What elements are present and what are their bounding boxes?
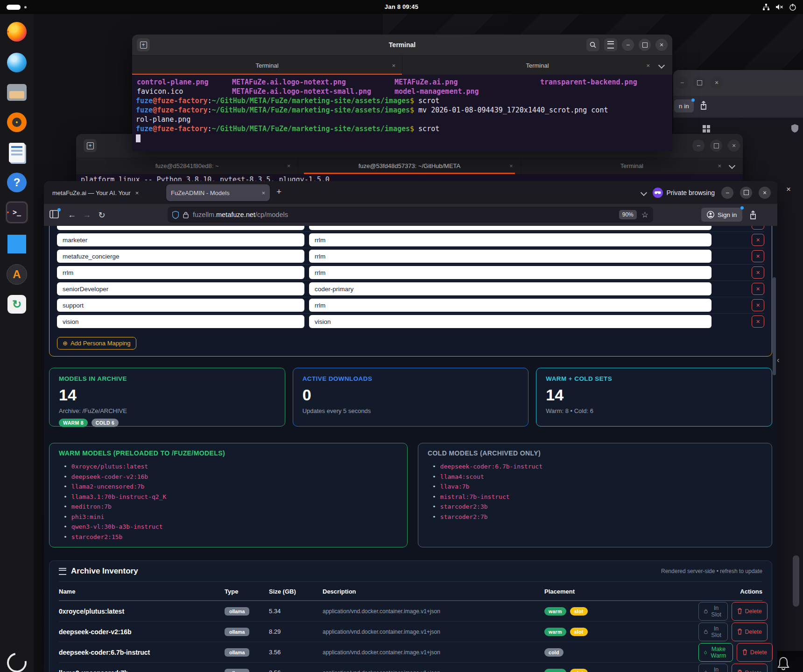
clock[interactable]: Jan 8 09:45 xyxy=(0,0,803,14)
maximize-icon[interactable] xyxy=(740,187,752,199)
model-input[interactable] xyxy=(309,250,711,263)
in-slot-button[interactable]: In Slot xyxy=(698,664,728,672)
new-tab-icon[interactable]: + xyxy=(84,139,97,152)
persona-input[interactable] xyxy=(57,315,304,328)
close-tab-icon[interactable]: × xyxy=(509,162,513,169)
persona-input[interactable] xyxy=(57,266,304,279)
sidebar-toggle-icon[interactable] xyxy=(49,210,59,220)
close-tab-icon[interactable]: × xyxy=(392,62,395,69)
terminal-tab-2[interactable]: Terminal × xyxy=(402,56,672,75)
dock-item-terminal[interactable]: >_ xyxy=(6,201,28,224)
notification-bell-icon[interactable] xyxy=(776,656,790,671)
close-tab-icon[interactable]: × xyxy=(261,189,265,196)
maximize-icon[interactable] xyxy=(693,77,705,89)
close-icon[interactable]: × xyxy=(711,77,723,89)
volume-muted-icon[interactable] xyxy=(775,3,783,11)
dock-item-firefox[interactable] xyxy=(6,21,28,43)
persona-input[interactable] xyxy=(57,299,304,312)
minimize-icon[interactable]: − xyxy=(692,140,704,152)
back-icon[interactable]: ← xyxy=(64,210,79,220)
url-bar[interactable]: fuzellm.metafuze.net/cp/models 90% ☆ xyxy=(168,207,653,223)
terminal2-tab-2[interactable]: fuze@53fd48d57373: ~/GitHub/META × xyxy=(298,157,521,174)
make-warm-button[interactable]: Make Warm xyxy=(698,643,733,662)
close-tab-icon[interactable]: × xyxy=(135,189,139,196)
maximize-icon[interactable] xyxy=(639,39,651,51)
tracking-shield-icon[interactable] xyxy=(172,211,179,219)
persona-input[interactable] xyxy=(57,226,304,230)
delete-button[interactable]: Delete xyxy=(732,623,768,641)
in-slot-button[interactable]: In Slot xyxy=(698,602,728,621)
network-icon[interactable] xyxy=(762,3,770,11)
dock-item-browser[interactable] xyxy=(6,51,28,74)
close-tab-icon[interactable]: × xyxy=(287,162,291,169)
remove-mapping-button[interactable]: × xyxy=(752,266,764,279)
chevron-down-icon[interactable] xyxy=(729,162,735,169)
remove-mapping-button[interactable]: × xyxy=(752,226,764,230)
browser-tab-2[interactable]: FuZeADMIN - Models × xyxy=(166,184,270,201)
model-input[interactable] xyxy=(309,315,711,328)
list-tabs-chevron-icon[interactable] xyxy=(640,189,647,196)
close-tab-icon[interactable]: × xyxy=(646,62,650,69)
terminal-output-area[interactable]: control-plane.png METAFuZe.ai.logo-notex… xyxy=(132,75,672,151)
remove-mapping-button[interactable]: × xyxy=(752,234,764,246)
terminal2-tab-1[interactable]: fuze@d52841f80ed8: ~ × xyxy=(76,157,298,174)
signin-button-partial[interactable]: n in xyxy=(674,99,694,112)
share-icon[interactable] xyxy=(699,101,708,110)
persona-input[interactable] xyxy=(57,250,304,263)
dock-item-documents[interactable] xyxy=(6,141,28,164)
dock-item-software-store[interactable]: ↻ xyxy=(6,293,28,315)
zoom-level-badge[interactable]: 90% xyxy=(619,210,637,219)
signin-button[interactable]: Sign in xyxy=(701,208,742,222)
in-slot-button[interactable]: In Slot xyxy=(698,623,728,641)
model-input[interactable] xyxy=(309,233,711,246)
close-tab-icon[interactable]: × xyxy=(718,162,721,169)
forward-icon[interactable]: → xyxy=(79,210,94,220)
close-icon[interactable]: × xyxy=(728,140,740,152)
dock-item-media-player[interactable] xyxy=(6,111,28,133)
model-input[interactable] xyxy=(309,266,711,279)
dock-item-show-apps[interactable] xyxy=(6,651,28,672)
persona-row-partial: × xyxy=(57,226,764,232)
terminal2-tab-3[interactable]: Terminal × xyxy=(521,157,743,174)
model-input[interactable] xyxy=(309,299,711,312)
close-icon[interactable]: × xyxy=(655,39,668,51)
delete-button[interactable]: Delete xyxy=(732,664,768,672)
close-icon[interactable]: × xyxy=(786,185,791,194)
delete-button[interactable]: Delete xyxy=(737,643,773,662)
inventory-table-header: Name Type Size (GB) Description Placemen… xyxy=(59,582,762,601)
maximize-icon[interactable] xyxy=(710,140,722,152)
dock-item-help[interactable]: ? xyxy=(6,171,28,194)
terminal-tab-1[interactable]: Terminal × xyxy=(132,56,402,75)
model-input[interactable] xyxy=(309,226,711,230)
scrollbar-thumb[interactable] xyxy=(773,277,776,375)
browser-tab-1[interactable]: metaFuZe.ai — Your AI. Your × xyxy=(48,184,143,201)
minimize-icon[interactable]: − xyxy=(721,187,733,199)
model-input[interactable] xyxy=(309,282,711,295)
menu-icon[interactable] xyxy=(604,38,617,51)
reload-icon[interactable]: ↻ xyxy=(94,210,109,220)
software-store-icon: ↻ xyxy=(7,295,26,314)
persona-input[interactable] xyxy=(57,282,304,295)
close-icon[interactable]: × xyxy=(759,187,771,199)
remove-mapping-button[interactable]: × xyxy=(752,299,764,311)
dock-item-files[interactable] xyxy=(6,81,28,104)
search-icon[interactable] xyxy=(586,38,599,51)
chevron-down-icon[interactable] xyxy=(658,62,665,69)
add-persona-mapping-button[interactable]: ⊕ Add Persona Mapping xyxy=(57,337,136,350)
scrollbar-thumb[interactable] xyxy=(793,555,799,607)
bookmark-star-icon[interactable]: ☆ xyxy=(641,210,648,220)
remove-mapping-button[interactable]: × xyxy=(752,283,764,295)
minimize-icon[interactable]: − xyxy=(622,39,634,51)
share-icon[interactable] xyxy=(749,210,757,220)
dock-item-app-a[interactable]: A xyxy=(6,263,28,286)
persona-input[interactable] xyxy=(57,233,304,246)
new-tab-icon[interactable]: + xyxy=(276,187,282,197)
dock-item-vscode[interactable] xyxy=(6,233,28,255)
minimize-icon[interactable]: − xyxy=(676,77,688,89)
remove-mapping-button[interactable]: × xyxy=(752,250,764,262)
power-icon[interactable] xyxy=(789,3,796,11)
delete-button[interactable]: Delete xyxy=(732,602,768,621)
extensions-grid-icon[interactable] xyxy=(703,125,710,133)
admin-page: × × × × xyxy=(44,226,777,672)
remove-mapping-button[interactable]: × xyxy=(752,315,764,328)
